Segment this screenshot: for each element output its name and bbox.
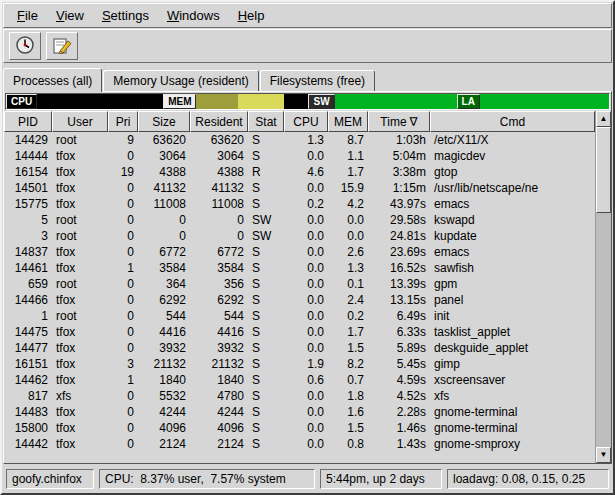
table-row[interactable]: 14466tfox062926292S0.02.413.15spanel <box>4 292 595 308</box>
table-row[interactable]: 14462tfox118401840S0.60.74.59sxscreensav… <box>4 372 595 388</box>
cell-cmd: xfs <box>430 389 595 403</box>
column-header-user[interactable]: User <box>52 111 108 132</box>
cell-resident: 356 <box>190 277 248 291</box>
table-row[interactable]: 15775tfox01100811008S0.24.243.97semacs <box>4 196 595 212</box>
cpu-usage-panel: CPU: 8.37% user, 7.57% system <box>99 469 315 489</box>
column-header-time[interactable]: Time∇ <box>368 111 430 132</box>
cell-user: tfox <box>52 437 108 451</box>
table-header-row: PIDUserPriSizeResidentStatCPUMEMTime∇Cmd <box>4 111 595 132</box>
table-row[interactable]: 14483tfox042444244S0.01.62.28sgnome-term… <box>4 404 595 420</box>
cell-time: 13.39s <box>368 277 430 291</box>
column-header-pid[interactable]: PID <box>4 111 52 132</box>
column-header-resident[interactable]: Resident <box>190 111 248 132</box>
cell-cpu: 0.0 <box>284 437 328 451</box>
scroll-up-button[interactable]: ▲ <box>596 111 611 127</box>
table-row[interactable]: 14429root96362063620S1.38.71:03h/etc/X11… <box>4 132 595 148</box>
cell-time: 6.49s <box>368 309 430 323</box>
table-row[interactable]: 14442tfox021242124S0.00.81.43sgnome-smpr… <box>4 436 595 452</box>
cell-mem: 1.7 <box>328 325 368 339</box>
swap-meter-label: SW <box>308 94 334 109</box>
table-row[interactable]: 14501tfox04113241132S0.015.91:15m/usr/li… <box>4 180 595 196</box>
table-row[interactable]: 14444tfox030643064S0.01.15:04mmagicdev <box>4 148 595 164</box>
table-row[interactable]: 16151tfox32113221132S1.98.25.45sgimp <box>4 356 595 372</box>
toolbar-button-timer[interactable] <box>9 32 41 60</box>
toolbar-button-edit[interactable] <box>46 32 78 60</box>
cell-stat: S <box>248 341 284 355</box>
cell-cpu: 0.0 <box>284 261 328 275</box>
cell-pri: 0 <box>108 213 138 227</box>
cell-cmd: xscreensaver <box>430 373 595 387</box>
cell-pri: 0 <box>108 149 138 163</box>
cell-resident: 4244 <box>190 405 248 419</box>
cell-pid: 15800 <box>4 421 52 435</box>
cell-resident: 6292 <box>190 293 248 307</box>
menu-settings[interactable]: Settings <box>93 5 158 26</box>
cell-stat: S <box>248 261 284 275</box>
cell-pri: 1 <box>108 373 138 387</box>
cell-time: 5.89s <box>368 341 430 355</box>
cell-mem: 1.5 <box>328 341 368 355</box>
notebook-page: CPU MEM SW LA PIDUserPriSizeResidentStat… <box>3 91 612 464</box>
cell-stat: S <box>248 133 284 147</box>
tab-memory-usage[interactable]: Memory Usage (resident) <box>103 70 258 91</box>
table-row[interactable]: 5root000SW0.00.029.58skswapd <box>4 212 595 228</box>
cell-resident: 11008 <box>190 197 248 211</box>
cell-pid: 14483 <box>4 405 52 419</box>
cell-cpu: 0.0 <box>284 421 328 435</box>
column-header-pri[interactable]: Pri <box>108 111 138 132</box>
cell-cpu: 4.6 <box>284 165 328 179</box>
menu-file[interactable]: File <box>8 5 47 26</box>
table-row[interactable]: 817xfs055324780S0.01.84.52sxfs <box>4 388 595 404</box>
cell-resident: 4388 <box>190 165 248 179</box>
gtop-window: File View Settings Windows Help <box>0 0 615 495</box>
scrollbar-thumb[interactable] <box>596 127 611 213</box>
scroll-down-button[interactable]: ▼ <box>596 447 611 463</box>
table-row[interactable]: 14477tfox039323932S0.01.55.89sdeskguide_… <box>4 340 595 356</box>
table-row[interactable]: 15800tfox040964096S0.01.51.46sgnome-term… <box>4 420 595 436</box>
column-header-label: CPU <box>293 115 318 129</box>
table-row[interactable]: 16154tfox1943884388R4.61.73:38mgtop <box>4 164 595 180</box>
cell-time: 1:15m <box>368 181 430 195</box>
system-meters: CPU MEM SW LA <box>5 93 610 110</box>
column-header-mem[interactable]: MEM <box>328 111 368 132</box>
cell-cmd: init <box>430 309 595 323</box>
cell-user: tfox <box>52 181 108 195</box>
cell-cpu: 0.2 <box>284 197 328 211</box>
column-header-stat[interactable]: Stat <box>248 111 284 132</box>
menu-help[interactable]: Help <box>229 5 274 26</box>
menu-view[interactable]: View <box>47 5 93 26</box>
table-row[interactable]: 659root0364356S0.00.113.39sgpm <box>4 276 595 292</box>
tab-processes[interactable]: Processes (all) <box>3 68 102 92</box>
column-header-cmd[interactable]: Cmd <box>430 111 595 132</box>
cell-cmd: /usr/lib/netscape/ne <box>430 181 595 195</box>
scrollbar-trough[interactable] <box>596 127 611 447</box>
table-row[interactable]: 14475tfox044164416S0.01.76.33stasklist_a… <box>4 324 595 340</box>
column-header-size[interactable]: Size <box>138 111 190 132</box>
table-row[interactable]: 1root0544544S0.00.26.49sinit <box>4 308 595 324</box>
cell-time: 1.43s <box>368 437 430 451</box>
cell-pid: 14461 <box>4 261 52 275</box>
menu-windows[interactable]: Windows <box>158 5 229 26</box>
cell-user: tfox <box>52 405 108 419</box>
cell-pid: 16154 <box>4 165 52 179</box>
meter-segment <box>480 94 609 109</box>
cell-time: 43.97s <box>368 197 430 211</box>
cell-stat: S <box>248 373 284 387</box>
cell-user: root <box>52 213 108 227</box>
mem-meter-label: MEM <box>163 94 196 109</box>
column-header-label: Cmd <box>500 115 525 129</box>
cell-mem: 0.1 <box>328 277 368 291</box>
table-row[interactable]: 3root000SW0.00.024.81skupdate <box>4 228 595 244</box>
cpu-meter <box>37 94 163 109</box>
cell-cmd: gnome-smproxy <box>430 437 595 451</box>
cell-size: 0 <box>138 229 190 243</box>
table-row[interactable]: 14837tfox067726772S0.02.623.69semacs <box>4 244 595 260</box>
cell-resident: 21132 <box>190 357 248 371</box>
column-header-cpu[interactable]: CPU <box>284 111 328 132</box>
tab-filesystems[interactable]: Filesystems (free) <box>260 70 375 91</box>
cell-stat: S <box>248 197 284 211</box>
table-row[interactable]: 14461tfox135843584S0.01.316.52ssawfish <box>4 260 595 276</box>
cell-size: 4388 <box>138 165 190 179</box>
vertical-scrollbar[interactable]: ▲ ▼ <box>595 111 611 463</box>
cell-user: tfox <box>52 245 108 259</box>
